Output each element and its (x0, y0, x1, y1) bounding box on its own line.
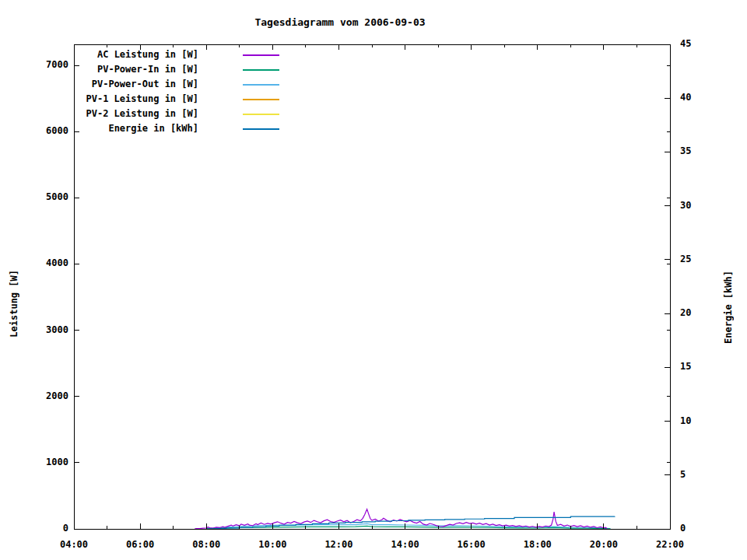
x-tick-label: 14:00 (391, 539, 419, 550)
x-tick-label: 16:00 (458, 539, 486, 550)
legend-line-sample (243, 54, 279, 56)
y-right-tick-label: 0 (680, 523, 686, 534)
daily-pv-chart: Tagesdiagramm vom 2006-09-03 Leistung [W… (0, 0, 747, 560)
legend-label: PV-1 Leistung in [W] (43, 93, 198, 104)
y-right-tick-label: 10 (680, 415, 691, 426)
x-tick-label: 10:00 (258, 539, 286, 550)
x-tick-label: 20:00 (590, 539, 618, 550)
legend-line-sample (243, 99, 279, 100)
x-tick-label: 22:00 (656, 539, 684, 550)
x-tick-label: 06:00 (126, 539, 154, 550)
legend-line-sample (243, 84, 279, 86)
legend-label: Energie in [kWh] (43, 123, 198, 134)
y-right-tick-label: 30 (680, 200, 691, 211)
y-left-tick-label: 1000 (20, 457, 68, 467)
y-left-tick-label: 2000 (20, 390, 68, 401)
y-right-tick-label: 40 (680, 92, 691, 103)
x-tick-label: 12:00 (324, 539, 352, 550)
y-left-tick-label: 4000 (20, 257, 68, 268)
y-left-tick-label: 0 (20, 523, 68, 534)
legend-label: PV-2 Leistung in [W] (43, 108, 198, 119)
legend-line-sample (243, 128, 279, 130)
legend-line-sample (243, 114, 279, 115)
y-right-tick-label: 35 (680, 145, 691, 156)
legend-line-sample (243, 69, 279, 71)
legend-label: AC Leistung in [W] (43, 49, 198, 60)
legend-label: PV-Power-Out in [W] (43, 79, 198, 89)
y-right-tick-label: 20 (680, 307, 691, 318)
y-left-tick-label: 3000 (20, 324, 68, 335)
y-right-tick-label: 15 (680, 361, 691, 372)
y-left-tick-label: 5000 (20, 191, 68, 202)
x-tick-label: 08:00 (192, 539, 220, 550)
legend-label: PV-Power-In in [W] (43, 64, 198, 75)
y-right-tick-label: 25 (680, 254, 691, 264)
y-right-tick-label: 45 (680, 38, 691, 49)
y-right-tick-label: 5 (680, 469, 686, 480)
x-tick-label: 04:00 (60, 539, 88, 550)
x-tick-label: 18:00 (524, 539, 552, 550)
